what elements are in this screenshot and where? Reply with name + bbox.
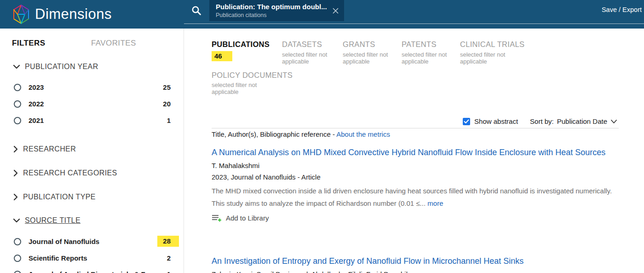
chevron-down-icon (610, 119, 617, 124)
facet-source-title[interactable]: SOURCE TITLE (13, 216, 80, 225)
facet-option-journal-of-nanofluids: Journal of Nanofluids 28 (0, 237, 184, 248)
content-type-tabs: PUBLICATIONS 46 DATASETS selected filter… (212, 40, 534, 65)
filters-sidebar: FILTERS FAVORITES PUBLICATION YEAR 2023 … (0, 29, 184, 273)
radio-2022[interactable] (14, 100, 21, 108)
count-journal-applied-biomaterials: 1 (167, 270, 171, 273)
check-icon (464, 119, 469, 124)
search-filter-subtitle: Publication citations (216, 12, 329, 19)
facet-option-2022: 2022 20 (0, 99, 184, 110)
result-abstract: The MHD mixed convection inside a lid dr… (212, 185, 619, 209)
facet-option-2023: 2023 25 (0, 83, 184, 94)
save-export-button[interactable]: Save / Export (602, 6, 642, 13)
facet-option-journal-applied-biomaterials: Journal of Applied Biomaterials & Functi… (0, 270, 184, 273)
tab-note: selected filter not applicable (212, 81, 263, 95)
result-item-2: An Investigation of Entropy and Exergy o… (212, 255, 619, 273)
dimensions-polyhedron-icon (12, 4, 30, 24)
sort-dropdown[interactable]: Publication Date (557, 117, 617, 125)
radio-journal-applied-biomaterials[interactable] (14, 271, 21, 273)
toolbar-divider (212, 128, 619, 128)
facet-research-categories[interactable]: RESEARCH CATEGORIES (13, 169, 117, 177)
result-item-1: A Numerical Analysis on MHD Mixed Convec… (212, 146, 619, 222)
top-header: Dimensions Publication: The optimum doub… (0, 0, 644, 29)
sort-by-label: Sort by: (530, 117, 554, 125)
count-scientific-reports: 2 (167, 254, 171, 262)
chevron-right-icon (13, 193, 18, 201)
count-journal-of-nanofluids-highlighted: 28 (157, 236, 179, 247)
tab-filters[interactable]: FILTERS (12, 39, 45, 48)
tab-note: selected filter not applicable (402, 51, 453, 65)
facet-researcher[interactable]: RESEARCHER (13, 145, 76, 153)
result-authors: T. Mahalakshmi (212, 161, 619, 170)
tab-patents[interactable]: PATENTS selected filter not applicable (402, 40, 460, 65)
count-2021: 1 (167, 116, 171, 124)
search-icon[interactable] (190, 5, 202, 18)
count-2023: 25 (163, 83, 171, 91)
tab-favorites[interactable]: FAVORITES (91, 39, 136, 48)
result-authors: Zakaria Korei, Smail Benissaad, Abdelkad… (212, 270, 619, 273)
radio-2021[interactable] (14, 117, 21, 124)
count-2022: 20 (163, 100, 171, 108)
radio-scientific-reports[interactable] (14, 255, 21, 262)
tab-datasets[interactable]: DATASETS selected filter not applicable (282, 40, 343, 65)
chevron-down-icon (13, 218, 20, 223)
tab-publications[interactable]: PUBLICATIONS 46 (212, 40, 282, 65)
radio-journal-of-nanofluids[interactable] (14, 238, 21, 245)
metrics-line: Title, Author(s), Bibliographic referenc… (212, 130, 390, 138)
facet-option-2021: 2021 1 (0, 116, 184, 127)
result-meta: 2023, Journal of Nanofluids - Article (212, 173, 619, 182)
brand-name: Dimensions (35, 4, 112, 24)
results-toolbar: Show abstract Sort by: Publication Date (463, 117, 617, 125)
chevron-right-icon (13, 169, 18, 177)
dimensions-app: Dimensions Publication: The optimum doub… (0, 0, 644, 273)
tab-note: selected filter not applicable (460, 51, 512, 65)
add-to-library-icon (212, 214, 222, 222)
sort-value-text: Publication Date (557, 117, 607, 125)
metrics-prefix: Title, Author(s), Bibliographic referenc… (212, 130, 336, 138)
facet-option-scientific-reports: Scientific Reports 2 (0, 254, 184, 265)
tab-policy-documents[interactable]: POLICY DOCUMENTS selected filter not app… (212, 71, 293, 95)
result-title-link[interactable]: An Investigation of Entropy and Exergy o… (212, 255, 619, 267)
about-the-metrics-link[interactable]: About the metrics (336, 130, 390, 138)
tab-grants[interactable]: GRANTS selected filter not applicable (343, 40, 402, 65)
results-main: PUBLICATIONS 46 DATASETS selected filter… (184, 29, 644, 273)
show-abstract-checkbox[interactable] (463, 118, 470, 125)
chevron-down-icon (13, 64, 20, 70)
result-title-link[interactable]: A Numerical Analysis on MHD Mixed Convec… (212, 146, 619, 159)
facet-publication-year[interactable]: PUBLICATION YEAR (13, 63, 98, 71)
show-abstract-label[interactable]: Show abstract (474, 117, 518, 125)
active-search-filter-chip[interactable]: Publication: The optimum doubl... Public… (209, 0, 344, 21)
add-to-library-button[interactable]: Add to Library (212, 214, 619, 222)
tab-clinical-trials[interactable]: CLINICAL TRIALS selected filter not appl… (460, 40, 534, 65)
search-filter-title: Publication: The optimum doubl... (216, 3, 329, 11)
chevron-right-icon (13, 145, 18, 153)
facet-publication-type[interactable]: PUBLICATION TYPE (13, 193, 96, 201)
tab-note: selected filter not applicable (343, 51, 394, 65)
more-link[interactable]: more (427, 199, 443, 207)
tab-note: selected filter not applicable (282, 51, 334, 65)
close-icon[interactable] (332, 7, 339, 15)
header-divider (184, 23, 644, 24)
publications-count-highlighted: 46 (212, 51, 232, 61)
radio-2023[interactable] (14, 84, 21, 91)
brand-logo[interactable]: Dimensions (12, 4, 112, 24)
add-to-library-label: Add to Library (226, 214, 269, 222)
